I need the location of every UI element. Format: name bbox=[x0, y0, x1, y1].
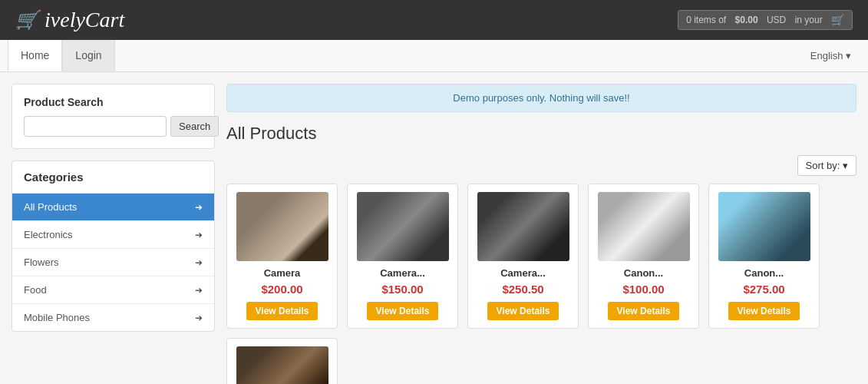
language-selector[interactable]: English ▾ bbox=[801, 44, 860, 68]
main-container: Product Search Search Categories All Pro… bbox=[0, 72, 868, 384]
sort-button[interactable]: Sort by: ▾ bbox=[797, 155, 856, 176]
category-electronics[interactable]: Electronics ➜ bbox=[12, 221, 214, 249]
arrow-icon: ➜ bbox=[195, 202, 203, 213]
product-card: Camera... $150.00 View Details bbox=[347, 184, 458, 329]
nav-link-home[interactable]: Home bbox=[8, 40, 62, 71]
content-area: Demo purposes only. Nothing will save!! … bbox=[226, 84, 856, 384]
cart-count-text: 0 items of bbox=[686, 15, 726, 25]
category-all-products[interactable]: All Products ➜ bbox=[12, 194, 214, 221]
view-details-button[interactable]: View Details bbox=[246, 302, 318, 320]
products-grid: Camera $200.00 View Details Camera... $1… bbox=[226, 184, 856, 384]
search-button[interactable]: Search bbox=[170, 116, 219, 137]
product-card: Camera $200.00 View Details bbox=[226, 184, 338, 329]
product-price: $100.00 bbox=[596, 283, 691, 296]
product-price: $275.00 bbox=[717, 283, 811, 296]
cart-icon: 🛒 bbox=[15, 9, 38, 31]
product-card: Canon... $100.00 View Details bbox=[588, 184, 699, 329]
demo-banner: Demo purposes only. Nothing will save!! bbox=[226, 84, 856, 112]
cart-currency: USD bbox=[767, 15, 786, 25]
arrow-icon: ➜ bbox=[195, 313, 203, 323]
page-title: All Products bbox=[226, 124, 856, 144]
nav-link-login[interactable]: Login bbox=[62, 40, 114, 71]
sort-bar: Sort by: ▾ bbox=[226, 155, 856, 176]
product-name: Camera... bbox=[476, 267, 570, 279]
search-input[interactable] bbox=[24, 116, 167, 137]
arrow-icon: ➜ bbox=[195, 285, 203, 296]
product-price: $150.00 bbox=[355, 283, 450, 296]
product-name: Canon... bbox=[596, 267, 691, 279]
product-name: Camera bbox=[235, 267, 329, 279]
nav-links: Home Login bbox=[8, 40, 115, 71]
cart-badge[interactable]: 0 items of $0.00 USD in your 🛒 bbox=[678, 10, 853, 30]
categories-box: Categories All Products ➜ Electronics ➜ … bbox=[12, 161, 215, 332]
sidebar: Product Search Search Categories All Pro… bbox=[12, 84, 215, 384]
product-card: Canon... $275.00 View Details bbox=[708, 184, 820, 329]
cart-amount: $0.00 bbox=[735, 15, 758, 25]
product-price: $250.50 bbox=[476, 283, 570, 296]
product-image bbox=[718, 192, 810, 261]
product-image bbox=[598, 192, 690, 261]
product-name: Canon... bbox=[717, 267, 811, 279]
category-mobile-phones[interactable]: Mobile Phones ➜ bbox=[12, 304, 214, 331]
product-image bbox=[357, 192, 449, 261]
category-label: All Products bbox=[24, 201, 77, 213]
nav-bar: Home Login English ▾ bbox=[0, 40, 868, 72]
header: 🛒 ivelyCart 0 items of $0.00 USD in your… bbox=[0, 0, 868, 40]
category-label: Mobile Phones bbox=[24, 312, 90, 323]
view-details-button[interactable]: View Details bbox=[728, 302, 800, 320]
category-label: Food bbox=[24, 284, 47, 296]
category-flowers[interactable]: Flowers ➜ bbox=[12, 249, 214, 276]
view-details-button[interactable]: View Details bbox=[487, 302, 559, 320]
category-label: Flowers bbox=[24, 257, 59, 268]
product-image bbox=[236, 192, 328, 261]
search-row: Search bbox=[24, 116, 203, 137]
view-details-button[interactable]: View Details bbox=[608, 302, 680, 320]
view-details-button[interactable]: View Details bbox=[367, 302, 439, 320]
category-label: Electronics bbox=[24, 229, 73, 240]
category-food[interactable]: Food ➜ bbox=[12, 276, 214, 304]
logo-text: ivelyCart bbox=[45, 8, 124, 32]
arrow-icon: ➜ bbox=[195, 230, 203, 240]
product-card: Camera... $250.50 View Details bbox=[467, 184, 579, 329]
search-label: Product Search bbox=[24, 96, 203, 108]
product-card: Canon... $300.00 View Details bbox=[226, 338, 338, 384]
sort-label: Sort by: bbox=[806, 160, 840, 171]
product-name: Camera... bbox=[355, 267, 450, 279]
arrow-icon: ➜ bbox=[195, 257, 203, 268]
categories-title: Categories bbox=[12, 161, 214, 194]
product-image bbox=[236, 346, 328, 384]
product-image bbox=[477, 192, 569, 261]
logo: 🛒 ivelyCart bbox=[15, 8, 124, 32]
shopping-cart-icon: 🛒 bbox=[831, 14, 844, 26]
product-price: $200.00 bbox=[235, 283, 329, 296]
search-box: Product Search Search bbox=[12, 84, 215, 149]
cart-suffix: in your bbox=[795, 15, 823, 25]
